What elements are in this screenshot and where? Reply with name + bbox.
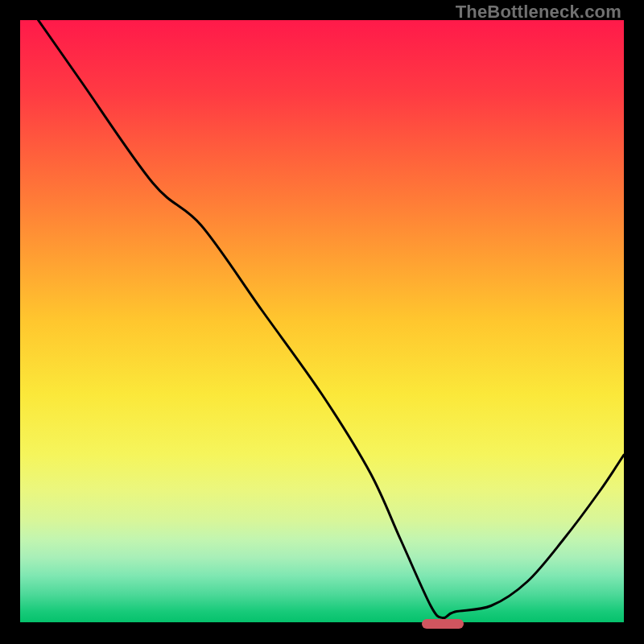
curve-path [39,20,625,618]
optimal-marker [422,619,464,629]
plot-area [20,20,624,624]
bottleneck-curve [20,20,624,624]
chart-canvas: TheBottleneck.com [0,0,644,644]
x-axis-baseline [20,622,624,624]
watermark-text: TheBottleneck.com [456,2,621,23]
